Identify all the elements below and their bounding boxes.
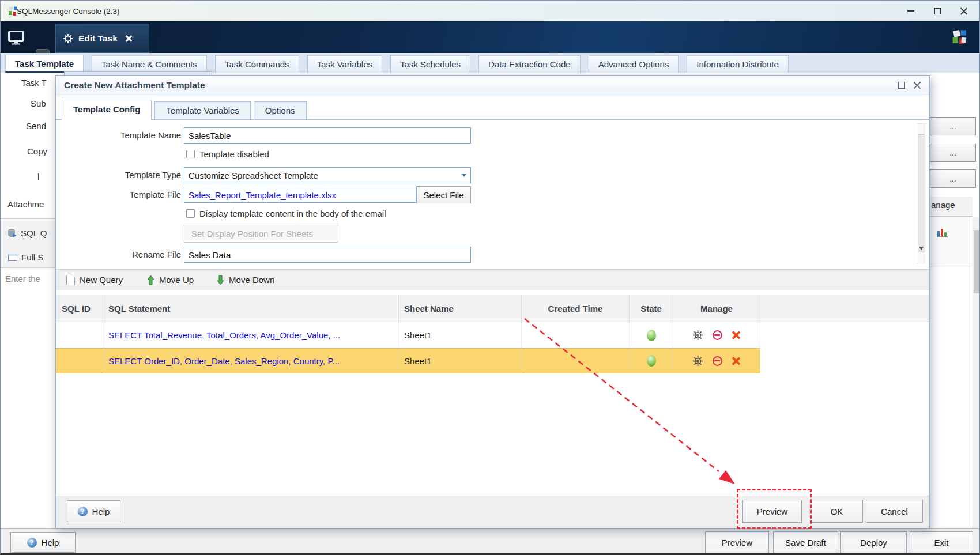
col-sql-id[interactable]: SQL ID — [56, 295, 104, 322]
scrollbar-thumb[interactable] — [974, 230, 980, 293]
dialog-cancel-button[interactable]: Cancel — [866, 500, 923, 523]
minimize-icon — [907, 10, 914, 12]
picker-button-1[interactable]: ... — [930, 117, 976, 135]
sql-statement-link[interactable]: SELECT Total_Revenue, Total_Orders, Avg_… — [108, 330, 340, 340]
display-in-body-row: Display template content in the body of … — [186, 209, 386, 218]
table-row[interactable]: SELECT Total_Revenue, Total_Orders, Avg_… — [56, 322, 929, 348]
col-sql-statement[interactable]: SQL Statement — [104, 295, 399, 322]
form-scroll-down-icon[interactable] — [919, 250, 924, 260]
cell-sheet-name: Sheet1 — [399, 348, 522, 373]
settings-gear-icon[interactable] — [692, 330, 703, 341]
tab-task-name-comments[interactable]: Task Name & Comments — [92, 55, 207, 73]
cell-sheet-name: Sheet1 — [399, 322, 522, 348]
tab-data-extraction-code[interactable]: Data Extraction Code — [478, 55, 581, 73]
main-toolbar: ? Edit Task — [1, 21, 979, 53]
app-window: SQLMessenger Console (2.3) ? Edit Task — [0, 0, 980, 555]
tab-advanced-options[interactable]: Advanced Options — [589, 55, 679, 73]
tab-options[interactable]: Options — [254, 101, 307, 119]
col-created-time[interactable]: Created Time — [522, 295, 630, 322]
template-type-dropdown[interactable]: Customize Spreadsheet Template — [184, 167, 471, 183]
edit-task-label: Edit Task — [78, 33, 118, 44]
new-document-icon — [66, 275, 75, 285]
dialog-tab-strip: Template Config Template Variables Optio… — [56, 99, 929, 120]
col-sheet-name[interactable]: Sheet Name — [399, 295, 522, 322]
move-up-label: Move Up — [159, 275, 194, 285]
template-name-input[interactable] — [184, 127, 471, 144]
deploy-button[interactable]: Deploy — [840, 531, 907, 553]
preview-button[interactable]: Preview — [705, 531, 769, 553]
dialog-title-bar: Create New Attachment Template — [56, 76, 929, 95]
window-icon — [8, 254, 17, 261]
close-icon — [960, 7, 968, 15]
move-up-button[interactable]: Move Up — [147, 275, 194, 285]
dialog-ok-button[interactable]: OK — [811, 500, 863, 523]
minimize-button[interactable] — [898, 1, 924, 21]
dialog-help-label: Help — [92, 507, 110, 516]
exit-button[interactable]: Exit — [910, 531, 973, 553]
col-state[interactable]: State — [630, 295, 673, 322]
template-file-input[interactable] — [184, 187, 416, 203]
edit-task-tab[interactable]: Edit Task — [55, 24, 149, 53]
hint-text-fragment: Enter the — [5, 274, 40, 284]
col-manage[interactable]: Manage — [673, 295, 760, 322]
tab-task-schedules[interactable]: Task Schedules — [390, 55, 470, 73]
tab-information-distribute[interactable]: Information Distribute — [687, 55, 789, 73]
sql-statement-link[interactable]: SELECT Order_ID, Order_Date, Sales_Regio… — [108, 356, 340, 366]
template-type-value: Customize Spreadsheet Template — [189, 171, 318, 180]
close-button[interactable] — [951, 1, 977, 21]
template-file-label: Template File — [67, 190, 181, 199]
main-scrollbar[interactable] — [973, 217, 980, 528]
dialog-title: Create New Attachment Template — [64, 80, 205, 90]
full-screen-item[interactable]: Full S — [8, 252, 43, 262]
table-row-selected[interactable]: SELECT Order_ID, Order_Date, Sales_Regio… — [56, 348, 929, 373]
dialog-close-icon[interactable] — [913, 81, 921, 89]
maximize-button[interactable] — [924, 1, 951, 21]
select-file-button[interactable]: Select File — [416, 186, 471, 203]
template-type-label: Template Type — [67, 170, 181, 180]
new-query-button[interactable]: New Query — [66, 275, 123, 285]
dialog-preview-button[interactable]: Preview — [742, 500, 802, 523]
cell-sql-id — [56, 348, 104, 373]
state-indicator[interactable] — [647, 355, 656, 367]
help-button[interactable]: ? Help — [10, 532, 76, 553]
state-indicator[interactable] — [647, 330, 656, 341]
console-monitor-icon[interactable] — [8, 31, 24, 45]
set-display-position-button[interactable]: Set Display Position For Sheets — [184, 225, 338, 243]
tab-task-commands[interactable]: Task Commands — [215, 55, 299, 73]
disable-icon[interactable] — [713, 356, 722, 366]
form-scrollbar[interactable] — [917, 123, 926, 263]
new-query-label: New Query — [80, 275, 123, 285]
brand-logo-icon — [952, 29, 968, 45]
tab-task-variables[interactable]: Task Variables — [307, 55, 382, 73]
template-name-label: Template Name — [67, 130, 181, 140]
main-tab-strip: Task Template Task Name & Comments Task … — [1, 53, 979, 73]
rename-file-input[interactable] — [184, 247, 471, 263]
delete-icon[interactable] — [732, 356, 741, 366]
picker-button-3[interactable]: ... — [930, 169, 976, 188]
disable-icon[interactable] — [713, 330, 722, 340]
arrow-up-icon — [147, 275, 154, 285]
close-tab-icon[interactable] — [125, 35, 132, 42]
save-draft-button[interactable]: Save Draft — [773, 531, 838, 553]
manage-label-fragment: anage — [931, 200, 955, 210]
dialog-maximize-icon[interactable] — [898, 82, 905, 89]
help-label: Help — [42, 538, 59, 548]
chart-icon[interactable] — [936, 226, 949, 238]
tab-template-variables[interactable]: Template Variables — [154, 101, 250, 119]
scroll-up-icon[interactable] — [974, 220, 979, 231]
move-down-button[interactable]: Move Down — [217, 275, 274, 285]
help-orb-icon: ? — [78, 507, 88, 516]
window-title: SQLMessenger Console (2.3) — [17, 7, 120, 16]
delete-icon[interactable] — [732, 330, 741, 340]
tab-task-template[interactable]: Task Template — [5, 55, 84, 73]
template-disabled-checkbox[interactable] — [186, 150, 195, 158]
dialog-help-button[interactable]: ? Help — [67, 500, 120, 522]
form-scrollbar-thumb[interactable] — [918, 134, 925, 252]
settings-gear-icon[interactable] — [692, 356, 703, 367]
rename-file-label: Rename File — [67, 250, 181, 259]
picker-button-2[interactable]: ... — [930, 144, 976, 162]
tab-template-config[interactable]: Template Config — [62, 100, 152, 120]
app-logo-icon — [8, 6, 18, 16]
display-in-body-checkbox[interactable] — [186, 209, 195, 218]
sql-query-item[interactable]: SQL Q — [8, 228, 47, 238]
